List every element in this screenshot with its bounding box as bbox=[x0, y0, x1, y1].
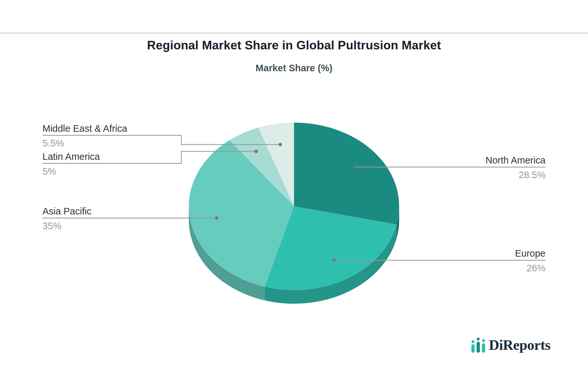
pie-chart bbox=[0, 0, 588, 391]
slice-value-latin-america: 5% bbox=[42, 166, 56, 177]
slice-value-asia-pacific: 35% bbox=[42, 221, 61, 231]
slice-label-europe: Europe bbox=[515, 248, 546, 259]
connector-dot-europe bbox=[333, 259, 336, 262]
logo[interactable]: DiReports bbox=[471, 337, 550, 353]
slice-label-asia-pacific: Asia Pacific bbox=[42, 206, 91, 217]
connector-dot-latin-america bbox=[254, 150, 258, 153]
connector-dot-middle-east-and-africa bbox=[279, 143, 282, 146]
connector-dot-asia-pacific bbox=[215, 216, 218, 220]
connector-dot-north-america bbox=[354, 165, 357, 169]
slice-label-north-america: North America bbox=[485, 155, 546, 166]
slice-value-north-america: 28.5% bbox=[519, 170, 546, 180]
slice-value-europe: 26% bbox=[527, 263, 546, 274]
slice-label-middle-east-and-africa: Middle East & Africa bbox=[42, 123, 127, 134]
slice-label-latin-america: Latin America bbox=[42, 151, 100, 162]
bar-chart-logo-icon bbox=[471, 337, 486, 353]
chart-canvas: Regional Market Share in Global Pultrusi… bbox=[0, 0, 588, 391]
slice-value-middle-east-and-africa: 5.5% bbox=[42, 138, 64, 149]
logo-text: DiReports bbox=[489, 337, 550, 353]
